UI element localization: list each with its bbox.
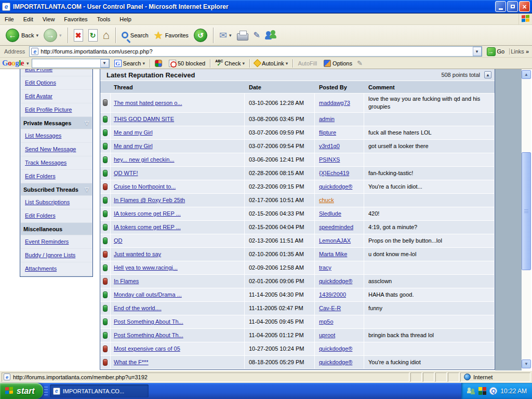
menu-help[interactable]: Help — [115, 15, 136, 24]
user-link[interactable]: tracy — [319, 264, 331, 271]
vertical-scrollbar[interactable]: ▲ ▼ — [522, 69, 531, 369]
sidebar-link-list-messages[interactable]: List Messages — [25, 132, 61, 139]
thread-link[interactable]: Post Something About Th... — [114, 318, 183, 325]
tray-users-icon[interactable] — [468, 387, 475, 395]
user-link[interactable]: flipture — [319, 129, 336, 136]
user-link[interactable]: Cav-E-R — [319, 305, 341, 311]
thread-link[interactable]: IA tokers come get REP ... — [114, 224, 181, 230]
sidebar-section-subscribed-threads[interactable]: Subscribed Threads▽ — [21, 183, 92, 195]
sidebar-link-send-new-message[interactable]: Send New Message — [25, 146, 76, 152]
mail-button[interactable]: ✉ ▾ — [217, 30, 234, 41]
minimize-button[interactable] — [495, 1, 506, 12]
messenger-button[interactable] — [263, 29, 280, 42]
tray-quicktime-icon[interactable]: Q — [489, 387, 497, 395]
sidebar-link-edit-profile[interactable]: Edit Profile — [25, 69, 52, 72]
autolink-dropdown-icon[interactable]: ▾ — [286, 61, 288, 66]
back-button[interactable]: ← Back ▾ — [3, 28, 41, 43]
google-search-btn-dropdown-icon[interactable]: ▾ — [142, 61, 145, 66]
sidebar-link-list-subscriptions[interactable]: List Subscriptions — [25, 199, 70, 205]
menu-favorites[interactable]: Favorites — [59, 15, 92, 24]
forward-button[interactable]: → ▾ — [41, 28, 64, 43]
scrollbar-thumb[interactable] — [522, 152, 531, 270]
user-link[interactable]: mp5o — [319, 318, 334, 325]
sidebar-link-edit-options[interactable]: Edit Options — [25, 79, 56, 86]
go-button[interactable]: → Go — [484, 47, 508, 57]
collapse-panel-icon[interactable]: ▲ — [484, 71, 491, 78]
back-dropdown-icon[interactable]: ▾ — [36, 33, 38, 38]
sidebar-link-edit-profile-picture[interactable]: Edit Profile Picture — [25, 107, 72, 113]
user-link[interactable]: Sledlude — [319, 210, 341, 217]
links-bar[interactable]: Links » — [509, 48, 530, 55]
sidebar-link-track-messages[interactable]: Track Messages — [25, 159, 66, 166]
user-link[interactable]: 1439/2000 — [319, 291, 346, 298]
favorites-button[interactable]: ★ Favorites — [151, 29, 191, 42]
search-button[interactable]: Search — [119, 31, 151, 39]
user-link[interactable]: uproot — [319, 332, 335, 338]
spellcheck-dropdown-icon[interactable]: ▾ — [243, 61, 245, 66]
menu-tools[interactable]: Tools — [92, 15, 115, 24]
sidebar-link-edit-avatar[interactable]: Edit Avatar — [25, 93, 52, 99]
sidebar-link-attachments[interactable]: Attachments — [25, 265, 57, 272]
collapse-section-icon[interactable]: ▽ — [85, 120, 89, 126]
google-search-dropdown-icon[interactable]: ▼ — [100, 59, 109, 68]
user-link[interactable]: admin — [319, 116, 335, 122]
user-link[interactable]: quickdodge® — [319, 345, 352, 352]
pagerank-button[interactable] — [153, 59, 164, 68]
thread-link[interactable]: IA tokers come get REP ... — [114, 210, 181, 217]
sidebar-link-edit-folders[interactable]: Edit Folders — [25, 212, 56, 219]
sidebar-link-event-reminders[interactable]: Event Reminders — [25, 238, 69, 245]
thread-link[interactable]: THIS GOD DAMN SITE — [114, 116, 174, 122]
address-dropdown-icon[interactable]: ▼ — [473, 47, 482, 56]
start-button[interactable]: start — [0, 383, 43, 399]
user-link[interactable]: quickdodge® — [319, 359, 352, 365]
thread-link[interactable]: Most expensive cars of 05 — [114, 345, 180, 352]
options-button[interactable]: Options — [322, 59, 354, 68]
thread-link[interactable]: End of the world.... — [114, 305, 162, 311]
google-search-button[interactable]: G Search ▾ — [112, 59, 147, 68]
google-logo[interactable]: Google — [2, 59, 24, 68]
user-link[interactable]: speedminded — [319, 224, 353, 230]
forward-dropdown-icon[interactable]: ▾ — [59, 33, 62, 38]
google-logo-dropdown-icon[interactable]: ▾ — [26, 61, 29, 66]
menu-edit[interactable]: Edit — [19, 15, 38, 24]
mail-dropdown-icon[interactable]: ▾ — [229, 33, 232, 38]
history-button[interactable]: ↺ — [191, 28, 210, 43]
user-link[interactable]: maddawg73 — [319, 100, 350, 106]
refresh-button[interactable]: ↻ — [86, 28, 100, 43]
user-link[interactable]: chuck — [319, 197, 334, 203]
thread-link[interactable]: Me and my Girl — [114, 129, 153, 136]
thread-link[interactable]: In Flames @ Roxy Feb 25th — [114, 197, 185, 203]
taskbar-task-button[interactable]: e IMPORTATLANTA.CO... — [50, 384, 149, 397]
popup-blocker-button[interactable]: 50 blocked — [167, 59, 207, 68]
sidebar-section-miscellaneous[interactable]: Miscellaneous — [21, 223, 92, 235]
user-link[interactable]: quickdodge® — [319, 278, 352, 284]
thread-link[interactable]: The most hated person o... — [114, 100, 182, 106]
user-link[interactable]: quickdodge® — [319, 183, 352, 190]
user-link[interactable]: PSINXS — [319, 156, 340, 163]
user-link[interactable]: LemonAJAX — [319, 237, 351, 244]
scroll-down-icon[interactable]: ▼ — [522, 360, 531, 368]
restore-button[interactable] — [507, 1, 518, 12]
google-search-input[interactable]: ▼ — [32, 59, 110, 68]
address-input[interactable]: e http://forums.importatlanta.com/usercp… — [29, 46, 482, 57]
thread-link[interactable]: hey... new girl checkin... — [114, 156, 175, 163]
thread-link[interactable]: Me and my Girl — [114, 143, 153, 149]
close-button[interactable]: × — [519, 1, 530, 12]
spellcheck-button[interactable]: ABC✓ Check ▾ — [213, 59, 247, 68]
sidebar-link-edit-folders[interactable]: Edit Folders — [25, 173, 56, 179]
thread-link[interactable]: Post Something About Th... — [114, 332, 183, 338]
thread-link[interactable]: QD WTF! — [114, 170, 138, 176]
user-link[interactable]: Marta Mike — [319, 251, 347, 257]
stop-button[interactable]: ✖ — [71, 28, 86, 43]
home-button[interactable]: ⌂ — [100, 29, 112, 42]
user-link[interactable]: {X}Echo419 — [319, 170, 349, 176]
collapse-section-icon[interactable]: ▽ — [85, 187, 89, 192]
user-link[interactable]: v3rd1g0 — [319, 143, 340, 149]
thread-link[interactable]: QD — [114, 237, 123, 244]
thread-link[interactable]: Just wanted to say — [114, 251, 161, 257]
thread-link[interactable]: What the F*** — [114, 359, 149, 365]
menu-view[interactable]: View — [38, 15, 60, 24]
tray-color-grid-icon[interactable] — [478, 387, 486, 395]
thread-link[interactable]: In Flames — [114, 278, 139, 284]
highlighter-icon[interactable]: ✎ — [357, 59, 363, 67]
